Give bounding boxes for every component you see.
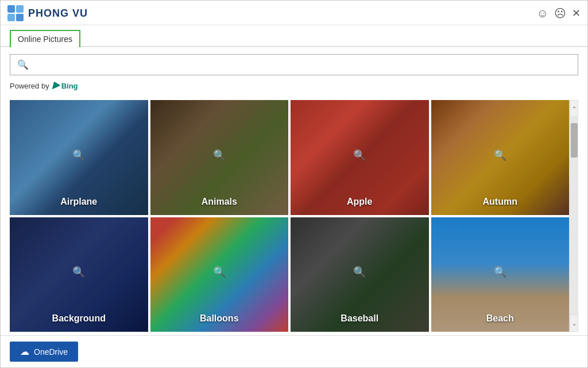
grid-item-animals[interactable]: 🔍 Animals <box>150 100 289 215</box>
grid-item-overlay: 🔍 Balloons <box>150 217 289 332</box>
item-search-icon: 🔍 <box>353 148 366 161</box>
title-bar: PHONG VU ☺ ☹ ✕ <box>1 1 587 25</box>
search-input[interactable] <box>33 60 571 70</box>
grid-item-apple[interactable]: 🔍 Apple <box>291 100 429 215</box>
item-label: Animals <box>150 197 289 207</box>
item-search-icon: 🔍 <box>72 266 85 278</box>
content-area: Online Pictures 🔍 Powered by ⯈ Bing <box>1 25 587 335</box>
search-icon: 🔍 <box>17 59 29 70</box>
grid-item-overlay: 🔍 Background <box>10 217 148 332</box>
bing-logo: ⯈ Bing <box>52 81 78 91</box>
main-panel: Online Pictures 🔍 Powered by ⯈ Bing <box>1 25 587 335</box>
app-window: PHONG VU ☺ ☹ ✕ Online Pictures 🔍 Powe <box>0 0 588 368</box>
item-label: Autumn <box>431 197 570 207</box>
search-box: 🔍 <box>10 54 578 75</box>
image-grid: 🔍 Airplane 🔍 Animals 🔍 Apple 🔍 Autumn 🔍 … <box>10 100 569 332</box>
logo-square-br <box>16 14 24 21</box>
grid-item-overlay: 🔍 Apple <box>291 100 429 215</box>
item-label: Airplane <box>10 197 148 207</box>
tab-bar: Online Pictures <box>1 25 587 47</box>
powered-by-bar: Powered by ⯈ Bing <box>1 79 587 97</box>
grid-item-overlay: 🔍 Beach <box>431 217 570 332</box>
item-search-icon: 🔍 <box>494 266 506 278</box>
bing-label: Bing <box>61 82 78 90</box>
grid-item-airplane[interactable]: 🔍 Airplane <box>10 100 148 215</box>
onedrive-label: OneDrive <box>34 347 68 356</box>
search-area: 🔍 <box>1 47 587 79</box>
logo-icon <box>7 5 24 21</box>
grid-area: 🔍 Airplane 🔍 Animals 🔍 Apple 🔍 Autumn 🔍 … <box>1 97 587 335</box>
logo-square-tl <box>7 5 15 13</box>
scroll-thumb[interactable] <box>571 123 578 158</box>
title-bar-right: ☺ ☹ ✕ <box>537 7 581 19</box>
grid-item-overlay: 🔍 Baseball <box>291 217 429 332</box>
item-label: Beach <box>431 313 570 324</box>
grid-item-overlay: 🔍 Animals <box>150 100 289 215</box>
logo-square-tr <box>16 5 24 13</box>
grid-item-beach[interactable]: 🔍 Beach <box>431 217 570 332</box>
item-label: Baseball <box>291 313 429 324</box>
item-search-icon: 🔍 <box>72 148 85 161</box>
item-search-icon: 🔍 <box>353 266 366 278</box>
grid-item-background[interactable]: 🔍 Background <box>10 217 148 332</box>
item-search-icon: 🔍 <box>213 266 226 278</box>
onedrive-icon: ☁ <box>20 346 29 357</box>
close-button[interactable]: ✕ <box>572 8 581 18</box>
scroll-track <box>570 117 578 315</box>
grid-item-overlay: 🔍 Airplane <box>10 100 148 215</box>
item-label: Background <box>10 313 148 324</box>
item-label: Balloons <box>150 313 289 324</box>
grid-item-balloons[interactable]: 🔍 Balloons <box>150 217 289 332</box>
happy-feedback-button[interactable]: ☺ <box>537 7 548 19</box>
grid-item-autumn[interactable]: 🔍 Autumn <box>431 100 570 215</box>
scroll-down-button[interactable]: ⌄ <box>570 315 578 332</box>
logo-area: PHONG VU <box>7 5 88 21</box>
footer: ☁ OneDrive <box>1 335 587 367</box>
item-label: Apple <box>291 197 429 207</box>
scrollbar: ⌃ ⌄ <box>569 100 578 332</box>
sad-feedback-button[interactable]: ☹ <box>554 7 566 19</box>
scroll-up-button[interactable]: ⌃ <box>570 100 578 117</box>
bing-b-icon: ⯈ <box>52 81 60 91</box>
grid-item-overlay: 🔍 Autumn <box>431 100 570 215</box>
onedrive-button[interactable]: ☁ OneDrive <box>10 342 78 362</box>
item-search-icon: 🔍 <box>213 148 226 161</box>
item-search-icon: 🔍 <box>494 148 506 161</box>
logo-square-bl <box>7 14 15 21</box>
app-title: PHONG VU <box>28 7 88 20</box>
powered-by-text: Powered by <box>10 82 49 90</box>
tab-online-pictures[interactable]: Online Pictures <box>10 30 80 47</box>
grid-item-baseball[interactable]: 🔍 Baseball <box>291 217 429 332</box>
